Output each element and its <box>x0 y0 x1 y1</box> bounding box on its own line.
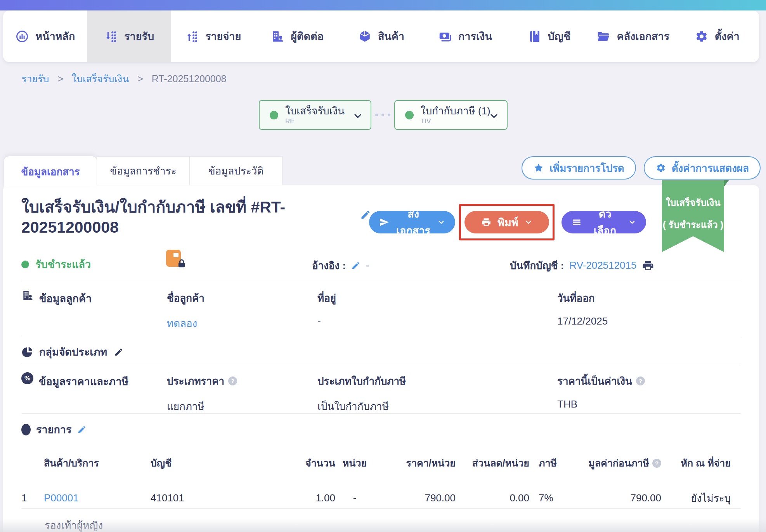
quick-actions: เพิ่มรายการโปรด ตั้งค่าการแสดงผล <box>522 156 761 180</box>
nav-item-contacts[interactable]: ผู้ติดต่อ <box>255 10 339 62</box>
col-unit: หน่วย <box>335 455 374 471</box>
send-document-button[interactable]: ส่งเอกสาร <box>369 211 455 233</box>
customer-name-link[interactable]: ทดลอง <box>167 318 197 329</box>
nav-label: การเงิน <box>458 28 492 45</box>
currency-label: ราคานี้เป็นค่าเงิน ? <box>557 373 741 389</box>
nav-label: ผู้ติดต่อ <box>291 28 324 45</box>
breadcrumb-current: RT-20251200008 <box>152 73 227 85</box>
tab-history-info[interactable]: ข้อมูลประวัติ <box>189 156 282 185</box>
edit-pencil-icon[interactable] <box>113 346 125 358</box>
ribbon-line1: ใบเสร็จรับเงิน <box>665 195 720 210</box>
chevron-down-icon[interactable] <box>353 111 363 121</box>
print-button[interactable]: พิมพ์ <box>464 211 549 233</box>
nav-item-expense[interactable]: รายจ่าย <box>171 10 255 62</box>
col-wht: หัก ณ ที่จ่าย <box>661 455 741 471</box>
items-section-title: รายการ <box>36 421 72 438</box>
category-section: กลุ่มจัดประเภท <box>21 344 125 360</box>
address-value: - <box>317 315 557 327</box>
reference-row: อ้างอิง : - <box>312 257 369 273</box>
chevron-down-icon <box>628 218 636 226</box>
tax-invoice-status-dropdown[interactable]: ใบกำกับภาษี (1) TIV <box>394 100 508 130</box>
price-type-label: ประเภทราคา ? <box>167 373 317 389</box>
item-pre-vat: 790.00 <box>568 492 661 504</box>
status-ribbon-body: ใบเสร็จรับเงิน ( รับชำระแล้ว ) <box>662 180 724 252</box>
receipt-status-label: ใบเสร็จรับเงิน <box>285 105 345 117</box>
divider <box>21 281 741 281</box>
address-label: ที่อยู่ <box>317 290 557 306</box>
options-button[interactable]: ตัวเลือก <box>562 211 646 233</box>
document-card: ใบเสร็จรับเงิน/ใบกำกับภาษี เลขที่ #RT-20… <box>3 185 759 532</box>
breadcrumb-receipt-link[interactable]: ใบเสร็จรับเงิน <box>72 71 129 86</box>
col-vat: ภาษี <box>529 455 568 471</box>
items-section-head: รายการ <box>21 421 87 438</box>
item-number: 1 <box>21 492 44 504</box>
edit-pencil-icon[interactable] <box>351 261 360 270</box>
printer-icon[interactable] <box>642 259 654 272</box>
display-settings-button[interactable]: ตั้งค่าการแสดงผล <box>644 156 761 180</box>
issue-date-label: วันที่ออก <box>557 290 741 306</box>
options-label: ตัวเลือก <box>588 206 622 239</box>
nav-label: คลังเอกสาร <box>617 28 669 45</box>
send-icon <box>379 217 389 227</box>
dashboard-icon <box>15 29 29 43</box>
status-dot-icon <box>405 111 414 119</box>
print-highlight-box: พิมพ์ <box>459 204 555 240</box>
chevron-down-icon[interactable] <box>489 111 499 121</box>
item-vat: 7% <box>529 492 568 504</box>
send-document-label: ส่งเอกสาร <box>395 206 431 239</box>
issue-date-value: 17/12/2025 <box>557 315 741 327</box>
add-favorite-button[interactable]: เพิ่มรายการโปรด <box>522 156 636 180</box>
products-icon <box>358 29 372 43</box>
finance-icon <box>438 29 452 43</box>
menu-icon <box>572 217 582 227</box>
customer-section: ข้อมูลลูกค้า ชื่อลูกค้า ทดลอง ที่อยู่ - … <box>21 290 741 331</box>
receipt-status-dropdown[interactable]: ใบเสร็จรับเงิน RE <box>259 100 371 130</box>
help-icon[interactable]: ? <box>636 377 645 385</box>
nav-item-income[interactable]: รายรับ <box>87 10 171 62</box>
nav-item-settings[interactable]: ตั้งค่า <box>675 10 759 62</box>
nav-item-products[interactable]: สินค้า <box>339 10 423 62</box>
bottom-fade <box>0 519 766 532</box>
col-discount: ส่วนลด/หน่วย <box>456 455 529 471</box>
nav-label: สินค้า <box>378 28 404 45</box>
status-ribbon: ใบเสร็จรับเงิน ( รับชำระแล้ว ) <box>662 180 724 252</box>
tab-payment-info[interactable]: ข้อมูลการชำระ <box>97 156 190 185</box>
nav-item-accounting[interactable]: บัญชี <box>507 10 591 62</box>
item-qty: 1.00 <box>304 492 335 504</box>
pricing-section: % ข้อมูลราคาและภาษี ประเภทราคา ? แยกภาษี… <box>21 373 741 414</box>
help-icon[interactable]: ? <box>228 377 237 385</box>
nav-item-home[interactable]: หน้าหลัก <box>3 10 87 62</box>
item-wht: ยังไม่ระบุ <box>661 490 741 506</box>
chevron-down-icon <box>437 218 445 226</box>
tab-document-info[interactable]: ข้อมูลเอกสาร <box>4 156 97 187</box>
documents-icon <box>596 29 610 43</box>
price-type-value: แยกภาษี <box>167 398 317 414</box>
nav-item-documents[interactable]: คลังเอกสาร <box>591 10 675 62</box>
edit-pencil-icon[interactable] <box>77 425 87 434</box>
customer-name-label: ชื่อลูกค้า <box>167 290 317 306</box>
breadcrumb: รายรับ > ใบเสร็จรับเงิน > RT-20251200008 <box>21 71 227 86</box>
ribbon-line2: ( รับชำระแล้ว ) <box>663 217 724 232</box>
customer-icon <box>21 289 34 302</box>
items-bullet-icon <box>21 424 31 435</box>
receipt-status-code: RE <box>285 117 345 125</box>
breadcrumb-separator: > <box>57 73 63 85</box>
item-row: 1 P00001 410101 1.00 - 790.00 0.00 7% 79… <box>21 490 741 506</box>
reference-label: อ้างอิง : <box>312 257 346 273</box>
category-section-title: กลุ่มจัดประเภท <box>39 344 107 360</box>
main-nav: หน้าหลัก รายรับ รายจ่าย ผู้ติดต่อ สินค้า… <box>3 10 759 62</box>
breadcrumb-income-link[interactable]: รายรับ <box>21 71 49 86</box>
app-screen: หน้าหลัก รายรับ รายจ่าย ผู้ติดต่อ สินค้า… <box>0 0 766 532</box>
expense-icon <box>185 29 199 43</box>
nav-label: รายรับ <box>124 28 154 45</box>
status-dot-icon <box>270 111 278 119</box>
nav-item-finance[interactable]: การเงิน <box>423 10 507 62</box>
col-pre-vat: มูลค่าก่อนภาษี ? <box>568 455 661 471</box>
percent-icon: % <box>21 372 33 384</box>
tax-invoice-type-label: ประเภทใบกำกับภาษี <box>317 373 557 389</box>
item-product-link[interactable]: P00001 <box>44 492 79 504</box>
help-icon[interactable]: ? <box>652 459 661 468</box>
journal-entry-link[interactable]: RV-202512015 <box>569 259 636 271</box>
pricing-section-head: % ข้อมูลราคาและภาษี <box>21 373 167 414</box>
divider <box>21 336 741 336</box>
